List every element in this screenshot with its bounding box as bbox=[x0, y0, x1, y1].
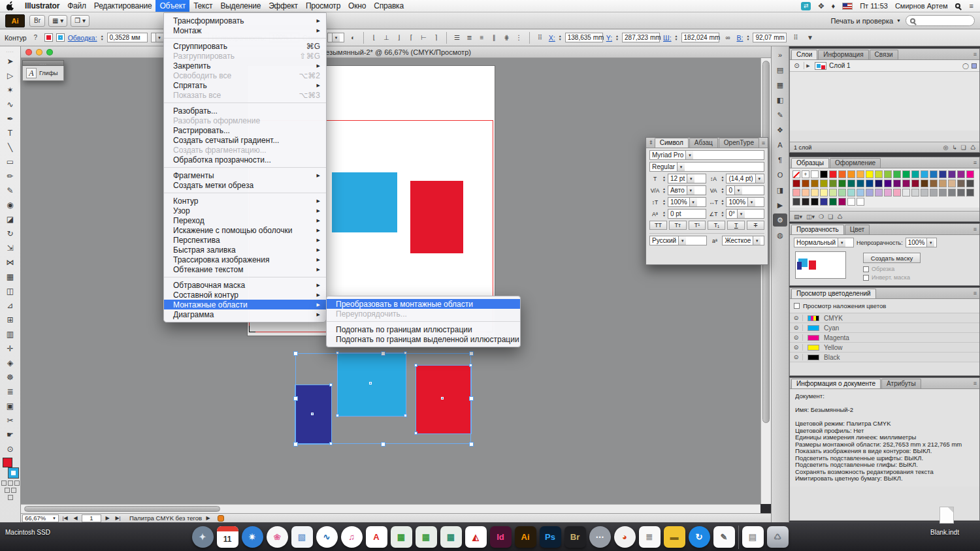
visibility-eye-icon[interactable]: ⊙ bbox=[790, 315, 803, 321]
previous-artboard-button[interactable]: ◀ bbox=[71, 515, 80, 521]
width-label[interactable]: Ш: bbox=[663, 34, 672, 42]
font-style-select[interactable]: Regular▼ bbox=[649, 162, 764, 172]
none-mode-button[interactable] bbox=[14, 480, 20, 486]
screen-mode-button[interactable] bbox=[8, 495, 13, 500]
scale-tool[interactable]: ⇲ bbox=[2, 241, 19, 255]
dock-app-grid-2[interactable]: ▦ bbox=[416, 526, 437, 548]
y-label[interactable]: Y: bbox=[606, 34, 612, 42]
brushes-panel-icon[interactable]: ✎ bbox=[773, 108, 787, 121]
selection-handle[interactable] bbox=[293, 442, 298, 447]
document-titlebar[interactable]: Безымянный-2* @ 66,67% (CMYK/Просмотр) bbox=[21, 46, 771, 58]
swatch[interactable] bbox=[802, 180, 809, 187]
x-label[interactable]: X: bbox=[549, 34, 555, 42]
swatch[interactable] bbox=[957, 189, 965, 197]
swatch[interactable] bbox=[930, 180, 938, 187]
menu-item[interactable] bbox=[164, 102, 326, 103]
glyphs-panel-tab[interactable]: A Глифы bbox=[22, 66, 64, 81]
dock-acrobat[interactable]: ◭ bbox=[465, 526, 487, 548]
recolor-artwork-icon[interactable]: ◐ bbox=[348, 33, 359, 43]
leading-select[interactable]: (14,4 pt)▼ bbox=[726, 174, 764, 183]
pencil-tool[interactable]: ✎ bbox=[2, 183, 19, 198]
dock-toolbox[interactable]: ▬ bbox=[664, 526, 685, 548]
anchor-point[interactable] bbox=[336, 414, 339, 417]
dock-divider[interactable] bbox=[738, 526, 739, 549]
graphic-style-select[interactable]: ▼ bbox=[327, 33, 344, 42]
menu-item[interactable]: Трассировка изображения bbox=[164, 255, 326, 264]
tab-layers[interactable]: Слои bbox=[791, 50, 817, 59]
selection-indicator[interactable] bbox=[972, 63, 977, 69]
disk-label[interactable]: Macintosh SSD bbox=[5, 529, 50, 536]
swatch[interactable] bbox=[866, 170, 874, 178]
stroke-weight-field[interactable]: 0,3528 мм bbox=[107, 33, 148, 42]
selection-handle[interactable] bbox=[469, 442, 474, 447]
swatch[interactable] bbox=[857, 180, 864, 187]
horizontal-scrollbar-thumb[interactable] bbox=[24, 506, 220, 512]
opentype-panel-icon[interactable]: O bbox=[773, 168, 787, 181]
swatch[interactable] bbox=[829, 170, 837, 178]
menu-item[interactable] bbox=[164, 38, 326, 39]
language-select[interactable]: Русский▼ bbox=[649, 236, 707, 245]
distribute-left-icon[interactable]: ∥ bbox=[489, 33, 500, 43]
gradient-mode-button[interactable] bbox=[8, 480, 13, 486]
swatch[interactable] bbox=[847, 170, 855, 178]
color-profile-warning-icon[interactable] bbox=[218, 515, 224, 522]
swatch[interactable] bbox=[893, 170, 901, 178]
stroke-link-label[interactable]: Обводка: bbox=[68, 34, 97, 42]
menu-view[interactable]: Просмотр bbox=[302, 0, 344, 12]
dock-seamonkey[interactable]: ◕ bbox=[614, 526, 636, 548]
tab-character[interactable]: Символ bbox=[655, 138, 689, 148]
separations-preview-panel-icon[interactable]: ⚙ bbox=[773, 213, 787, 227]
align-right-icon[interactable]: ⌋ bbox=[393, 33, 404, 43]
stroke-color-chip[interactable] bbox=[56, 33, 65, 42]
drag-handle[interactable]: .... bbox=[22, 60, 64, 66]
shape-builder-tool[interactable]: ◫ bbox=[2, 284, 19, 298]
canvas[interactable]: + + bbox=[21, 58, 760, 504]
magic-wand-tool[interactable]: ✶ bbox=[2, 83, 19, 97]
swatch[interactable] bbox=[838, 189, 846, 197]
anchor-point[interactable] bbox=[414, 364, 417, 367]
menu-item[interactable]: Закрепить bbox=[164, 61, 326, 71]
swatch[interactable] bbox=[847, 198, 855, 206]
line-segment-tool[interactable]: ╲ bbox=[2, 140, 19, 155]
swatch[interactable] bbox=[802, 170, 809, 178]
menu-type[interactable]: Текст bbox=[189, 0, 216, 12]
artboard-tool[interactable]: ▣ bbox=[2, 399, 19, 413]
apple-menu[interactable] bbox=[0, 0, 21, 12]
stroke-swatch[interactable] bbox=[8, 468, 18, 478]
rectangle-tool[interactable]: ▭ bbox=[2, 155, 19, 169]
mesh-tool[interactable]: ⊞ bbox=[2, 313, 19, 327]
subscript-button[interactable]: T₁ bbox=[708, 221, 725, 230]
eyedropper-tool[interactable]: ✛ bbox=[2, 341, 19, 356]
dock-minimized-document[interactable]: ▤ bbox=[742, 526, 764, 548]
tab-transparency[interactable]: Прозрачность bbox=[791, 225, 844, 234]
dock-documents-stack[interactable]: ≣ bbox=[639, 526, 661, 548]
swatch[interactable] bbox=[921, 170, 928, 178]
expand-arrow-icon[interactable]: ▶ bbox=[804, 63, 812, 69]
dock-openoffice[interactable]: ∿ bbox=[316, 526, 338, 548]
width-tool[interactable]: ⋈ bbox=[2, 255, 19, 270]
swatch[interactable] bbox=[847, 180, 855, 187]
dock-files[interactable]: ▧ bbox=[291, 526, 313, 548]
anti-aliasing-select[interactable]: Жесткое▼ bbox=[722, 236, 764, 245]
swatch-libraries-icon[interactable]: ▤▾ bbox=[794, 213, 802, 220]
menu-item[interactable]: Сгруппировать ⌘G bbox=[164, 41, 326, 51]
visibility-eye-icon[interactable]: ⊙ bbox=[790, 354, 803, 360]
vertical-scrollbar[interactable] bbox=[760, 58, 771, 504]
menu-window[interactable]: Окно bbox=[344, 0, 370, 12]
tracking-select[interactable]: 0▼ bbox=[726, 185, 764, 195]
anchor-point[interactable] bbox=[329, 383, 333, 386]
all-caps-button[interactable]: TT bbox=[649, 221, 667, 230]
gradient-tool[interactable]: ▥ bbox=[2, 327, 19, 341]
slice-tool[interactable]: ✂ bbox=[2, 413, 19, 428]
swatch[interactable] bbox=[875, 189, 883, 197]
swatch[interactable] bbox=[911, 170, 919, 178]
swatch[interactable] bbox=[939, 180, 947, 187]
x-stepper[interactable]: ▲▼ bbox=[559, 35, 562, 40]
perspective-grid-tool[interactable]: ⊿ bbox=[2, 298, 19, 313]
menu-item[interactable]: Обтравочная маска bbox=[164, 280, 326, 290]
swatch[interactable] bbox=[966, 189, 974, 197]
menu-item[interactable]: Быстрая заливка bbox=[164, 245, 326, 255]
tab-opentype[interactable]: OpenType bbox=[719, 138, 759, 148]
clip-checkbox[interactable]: Обрезка bbox=[863, 266, 894, 272]
align-bottom-icon[interactable]: ⌉ bbox=[431, 33, 442, 43]
